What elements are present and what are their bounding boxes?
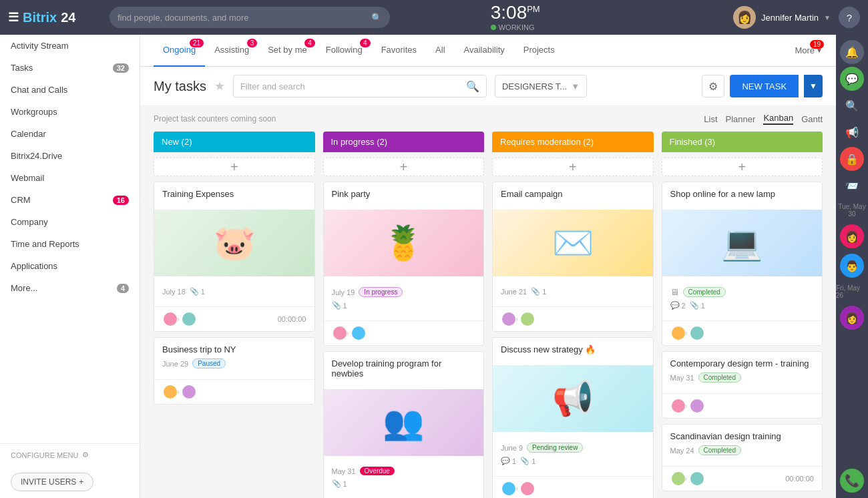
attachment-icon: 📎 [332,479,341,488]
card-discuss-strategy[interactable]: Discuss new strategy 🔥 📢 June 9 Pending … [492,337,654,498]
avatar [162,311,178,327]
card-avatars: › [162,384,194,400]
ongoing-badge: 21 [190,39,204,47]
attachment-info-2: 📎 1 [690,301,705,310]
search-input[interactable] [118,13,366,23]
add-card-inprogress[interactable]: + [323,158,485,176]
lock-icon[interactable]: 🔒 [840,147,864,171]
card-meta: 🖥 Completed [670,287,815,297]
tab-availability[interactable]: Availability [455,35,514,67]
logo-bitrix: Bitrix [23,10,57,25]
avatar: 👩 [733,6,756,29]
sidebar-item-chat-calls[interactable]: Chat and Calls [0,79,140,101]
new-task-dropdown[interactable]: ▼ [804,75,823,97]
view-gantt[interactable]: Gantt [801,114,823,124]
tab-set-by-me[interactable]: Set by me 4 [258,35,316,67]
card-email-campaign[interactable]: Email campaign ✉️ June 21 📎 1 [492,182,654,332]
new-task-button[interactable]: NEW TASK [730,75,799,97]
sidebar-item-company[interactable]: Company [0,211,140,233]
contact-avatar-3[interactable]: 👩 [840,306,864,330]
avatar [670,398,686,414]
settings-icon[interactable]: ⚙ [702,75,724,97]
configure-menu[interactable]: CONFIGURE MENU ⚙ [0,443,140,466]
sidebar-item-tasks[interactable]: Tasks 32 [0,57,140,79]
tab-following[interactable]: Following 4 [316,35,372,67]
tab-projects[interactable]: Projects [514,35,564,67]
tasks-badge: 32 [113,63,129,73]
sidebar-item-crm[interactable]: CRM 16 [0,189,140,211]
contact-avatar-2[interactable]: 👨 [840,254,864,278]
card-meta: May 31 Completed [670,372,815,383]
avatar [332,325,348,341]
sidebar-item-bitrix-drive[interactable]: Bitrix24.Drive [0,145,140,167]
add-card-moderation[interactable]: + [492,158,654,176]
card-pink-party[interactable]: Pink party 🍍 July 19 In progress 📎 [323,182,485,346]
tab-ongoing[interactable]: Ongoing 21 [154,35,205,67]
tab-all[interactable]: All [426,35,454,67]
avatar [181,311,197,327]
card-business-trip[interactable]: Business trip to NY June 29 Paused › [154,337,315,405]
card-title: Business trip to NY [162,344,306,354]
tab-more[interactable]: More ▼ 19 [795,45,823,55]
view-planner[interactable]: Planner [726,114,756,124]
chat-icon[interactable]: 💬 [840,67,864,91]
card-meta: June 29 Paused [162,358,306,368]
view-kanban[interactable]: Kanban [763,113,793,125]
topbar: ☰ Bitrix 24 🔍 3:08PM WORKING 👩 Jennifer … [0,0,868,35]
column-moderation-header: Requires moderation (2) [492,132,654,152]
filter-input[interactable] [240,81,462,91]
status-badge: Pending review [527,443,583,453]
card-training-expenses[interactable]: Training Expenses 🐷 July 18 📎 1 [154,182,315,332]
notifications-icon[interactable]: 🔔 [840,40,864,64]
chevron-down-icon: ▼ [571,81,580,91]
contact-avatar-1[interactable]: 👩 [840,224,864,248]
add-card-new[interactable]: + [154,158,315,176]
logo: ☰ Bitrix 24 [8,10,101,25]
invite-users-button[interactable]: INVITE USERS + [11,473,93,491]
view-list[interactable]: List [704,114,717,124]
main-layout: Activity Stream Tasks 32 Chat and Calls … [0,35,868,498]
menu-icon[interactable]: ☰ [8,10,19,25]
filter-search-input[interactable]: 🔍 [233,75,487,97]
group-selector[interactable]: DESIGNERS T... ▼ [495,75,587,97]
screen-icon: 🖥 [670,287,679,297]
tab-favorites[interactable]: Favorites [372,35,426,67]
attachment-icon: 💬 [501,457,510,465]
phone-icon[interactable]: 📞 [840,469,864,493]
invite-users-section: INVITE USERS + [0,466,140,498]
tab-assisting[interactable]: Assisting 3 [205,35,258,67]
help-button[interactable]: ? [839,7,860,28]
card-image-shop: 💻 [662,210,823,276]
sidebar-item-activity-stream[interactable]: Activity Stream [0,35,140,57]
avatar [670,471,686,487]
status-badge: Overdue [360,467,395,475]
following-badge: 4 [360,39,371,47]
attachment-info: 📎 1 [332,301,347,310]
card-scandinavian-design[interactable]: Scandinavian design training May 24 Comp… [662,424,823,491]
add-card-finished[interactable]: + [662,158,823,176]
card-title: Pink party [332,189,476,199]
announce-icon[interactable]: 📢 [840,120,864,144]
sidebar-item-workgroups[interactable]: Workgroups [0,101,140,123]
card-date: June 9 [501,444,523,452]
search-icon[interactable]: 🔍 [840,93,864,117]
card-contemporary-design[interactable]: Contemporary design term - training May … [662,351,823,419]
sidebar-item-applications[interactable]: Applications [0,255,140,277]
card-shop-lamp[interactable]: Shop online for a new lamp 💻 🖥 Completed… [662,182,823,346]
attachment-info: 📎 1 [332,479,347,488]
kanban-meta: Project task counters coming soon List P… [154,106,823,132]
search-bar[interactable]: 🔍 [110,7,390,28]
user-menu[interactable]: 👩 Jennifer Martin ▼ [733,6,831,29]
sidebar-item-calendar[interactable]: Calendar [0,123,140,145]
card-training-program[interactable]: Develop training program for newbies 👥 M… [323,351,485,498]
sidebar-item-time-reports[interactable]: Time and Reports [0,233,140,255]
message-icon[interactable]: 📨 [840,174,864,198]
sidebar-item-more[interactable]: More... 4 [0,277,140,299]
card-date: June 29 [162,360,188,368]
sidebar-item-webmail[interactable]: Webmail [0,167,140,189]
avatar [519,311,535,327]
chevron-down-icon: ▼ [824,14,831,21]
star-icon[interactable]: ★ [214,79,225,93]
card-avatars: › [501,311,533,327]
task-actions: ⚙ NEW TASK ▼ [702,75,823,97]
